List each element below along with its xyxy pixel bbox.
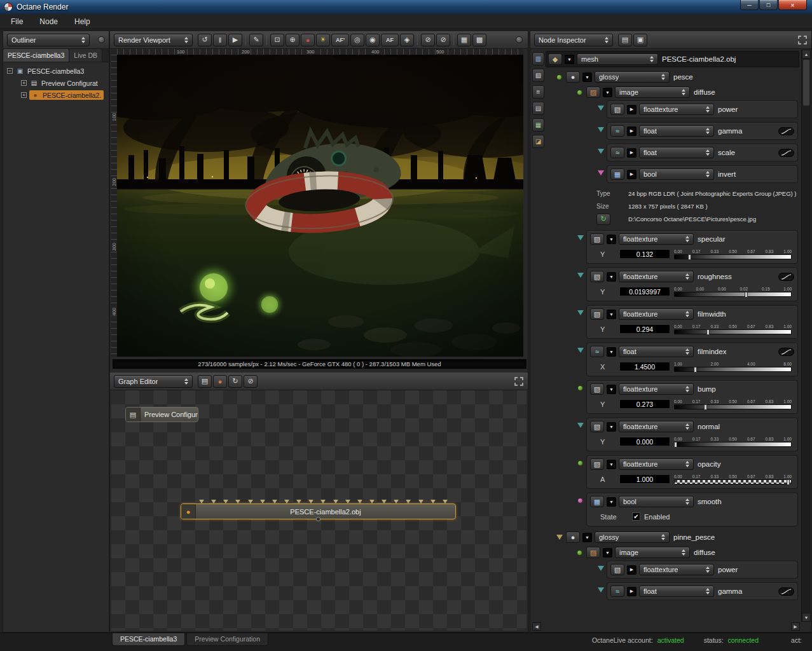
graph-selector-dropdown[interactable]: Graph Editor — [114, 375, 193, 388]
tab-scene[interactable]: PESCE-ciambella3 — [3, 49, 69, 62]
graph-editor-canvas[interactable]: ▤ Preview Configuration ● PESCE-ciambell… — [111, 390, 526, 631]
scroll-right-icon[interactable]: ▶ — [791, 622, 800, 631]
expand-panel-icon[interactable] — [798, 36, 807, 45]
slider-bar[interactable] — [674, 254, 792, 259]
node-type-dropdown[interactable]: glossy — [595, 531, 670, 543]
node-type-dropdown[interactable]: bool — [639, 168, 714, 180]
smooth-checkbox[interactable]: ✔ — [632, 512, 640, 521]
expand-node-icon[interactable]: ▶ — [627, 148, 637, 158]
texture-preview-icon[interactable]: ▦ — [532, 118, 544, 132]
input-pin-icon[interactable] — [272, 500, 277, 504]
node-type-dropdown[interactable]: floattexture — [639, 104, 714, 115]
expand-expander-icon[interactable]: + — [21, 92, 27, 98]
camera-lock-button[interactable]: ◈ — [400, 34, 414, 46]
value-slider[interactable]: 0.000.170.330.500.670.831.00 — [674, 399, 794, 409]
node-pin[interactable] — [577, 273, 584, 278]
tree-node-root[interactable]: − ▣ PESCE-ciambella3 — [4, 65, 107, 77]
input-pin-icon[interactable] — [382, 500, 387, 504]
node-type-dropdown[interactable]: mesh — [577, 53, 658, 65]
value-field[interactable]: 0.294 — [619, 324, 670, 334]
expand-node-icon[interactable]: ▶ — [627, 105, 637, 114]
floattex-node-icon[interactable]: ▧ — [590, 383, 604, 395]
tab-livedb[interactable]: Live DB — [69, 49, 102, 62]
slider-handle[interactable] — [706, 329, 710, 335]
slider-bar[interactable] — [674, 367, 792, 372]
slider-bar[interactable] — [674, 479, 792, 484]
inspector-vertical-scrollbar[interactable]: ▲ ▼ — [801, 50, 811, 622]
sphere-node-icon[interactable]: ● — [566, 531, 580, 543]
input-pin-icon[interactable] — [248, 500, 253, 504]
floattex-node-icon[interactable]: ▧ — [610, 564, 624, 575]
input-pin-icon[interactable] — [284, 500, 289, 504]
notes-icon[interactable]: ▤ — [532, 102, 544, 115]
node-pin[interactable] — [577, 550, 582, 556]
expand-expander-icon[interactable]: + — [21, 80, 27, 86]
float-node-icon[interactable]: ≈ — [610, 125, 624, 137]
floattex-node-icon[interactable]: ▧ — [610, 104, 624, 115]
render-passes-icon[interactable]: ▧ — [532, 69, 544, 82]
region-render-button[interactable]: ⊡ — [270, 34, 284, 46]
node-pin[interactable] — [598, 566, 604, 571]
input-pin-icon[interactable] — [333, 500, 338, 504]
collapse-expander-icon[interactable]: − — [7, 68, 13, 74]
slider-handle[interactable] — [688, 254, 691, 260]
value-field[interactable]: 0.132 — [619, 249, 670, 259]
input-pin-icon[interactable] — [418, 500, 423, 504]
slider-handle[interactable] — [787, 479, 790, 485]
delete-node-button[interactable]: ⊘ — [244, 375, 258, 388]
pause-render-button[interactable]: ‖ — [213, 34, 227, 46]
value-field[interactable]: 0.000 — [619, 437, 670, 446]
node-pin[interactable] — [577, 385, 583, 391]
tree-node-preview-config[interactable]: + ▤ Preview Configurat — [4, 77, 107, 89]
reload-image-button[interactable]: ↻ — [596, 214, 610, 225]
autofocus-aperture-button[interactable]: AF' — [331, 34, 349, 46]
node-type-dropdown[interactable]: floattexture — [619, 271, 694, 282]
curve-button[interactable] — [778, 273, 794, 281]
collapse-all-button[interactable]: ▤ — [618, 34, 632, 46]
collapse-node-icon[interactable]: ▼ — [603, 88, 612, 97]
input-pin-icon[interactable] — [223, 500, 228, 504]
panel-menu-dot[interactable] — [516, 36, 523, 43]
node-pin[interactable] — [577, 235, 584, 240]
expand-node-icon[interactable]: ▶ — [627, 565, 637, 575]
environment-icon[interactable]: ◪ — [532, 135, 544, 148]
collapse-node-icon[interactable]: ▼ — [607, 460, 616, 469]
node-type-dropdown[interactable]: float — [639, 586, 714, 597]
menu-file[interactable]: File — [11, 17, 23, 26]
node-type-dropdown[interactable]: floattexture — [619, 233, 694, 245]
value-field[interactable]: 1.000 — [619, 474, 670, 484]
lens-button[interactable]: ◎ — [350, 34, 364, 46]
value-field[interactable]: 1.4500 — [619, 362, 670, 371]
floattex-node-icon[interactable]: ▧ — [590, 421, 604, 432]
collapse-node-icon[interactable]: ▼ — [607, 385, 616, 394]
value-slider[interactable]: 0.000.170.330.500.670.831.00 — [674, 474, 794, 484]
autofocus-button[interactable]: AF — [381, 34, 399, 46]
input-pin-icon[interactable] — [443, 500, 448, 504]
graph-node-mesh[interactable]: ● PESCE-ciambella2.obj — [181, 504, 456, 519]
input-pin-icon[interactable] — [308, 500, 313, 504]
node-pin[interactable] — [598, 149, 604, 154]
input-pin-icon[interactable] — [320, 500, 326, 504]
tree-node-mesh-selected[interactable]: + ● PESCE-ciambella2. — [4, 89, 107, 101]
minimize-button[interactable]: ─ — [740, 0, 759, 10]
curve-button[interactable] — [778, 587, 794, 596]
input-pin-icon[interactable] — [235, 500, 240, 504]
node-output-pin[interactable] — [316, 517, 320, 521]
collapse-node-icon[interactable]: ▼ — [582, 72, 592, 82]
image-node-icon[interactable]: ▨ — [586, 547, 600, 558]
float-node-icon[interactable]: ≈ — [610, 586, 624, 597]
re-render-button[interactable]: ↻ — [228, 375, 242, 388]
value-slider[interactable]: 0.000.170.330.500.670.831.00 — [674, 324, 794, 334]
node-type-dropdown[interactable]: floattexture — [619, 458, 694, 470]
white-balance-button[interactable]: ◉ — [366, 34, 380, 46]
collapse-node-icon[interactable]: ▼ — [603, 548, 612, 558]
collapse-node-icon[interactable]: ▼ — [582, 533, 592, 542]
scroll-up-icon[interactable]: ▲ — [802, 50, 811, 58]
node-pin[interactable] — [577, 423, 584, 428]
input-pin-icon[interactable] — [199, 500, 204, 504]
disable-kernel-button[interactable]: ⊘ — [421, 34, 435, 46]
node-pin[interactable] — [577, 460, 583, 466]
floattex-node-icon[interactable]: ▧ — [590, 308, 604, 320]
curve-button[interactable] — [778, 149, 794, 157]
expand-node-icon[interactable]: ▶ — [627, 587, 637, 596]
